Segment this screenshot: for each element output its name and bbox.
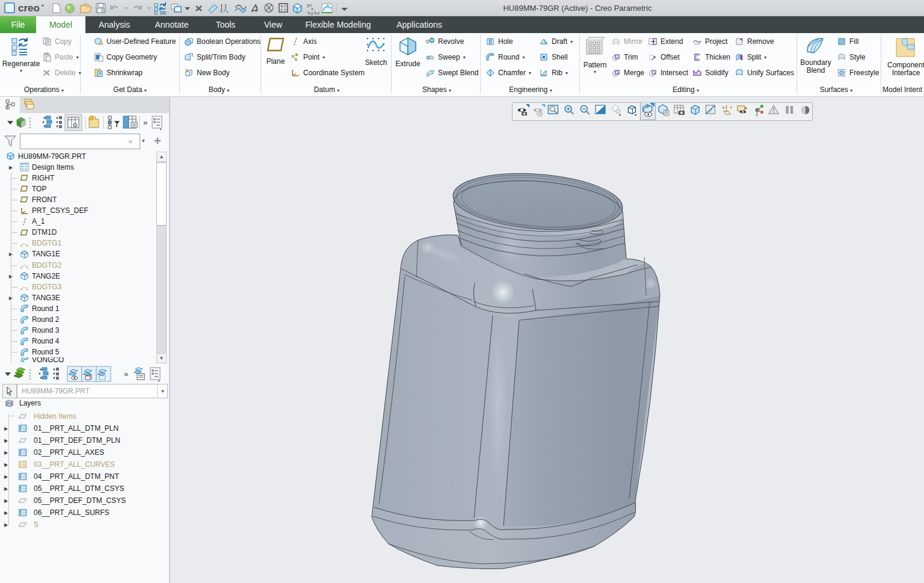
svg-text:creo: creo [18, 2, 40, 14]
svg-text:↳y↳z: ↳y↳z [307, 10, 319, 16]
svg-text:»: » [143, 118, 147, 127]
svg-text:»: » [124, 369, 128, 378]
